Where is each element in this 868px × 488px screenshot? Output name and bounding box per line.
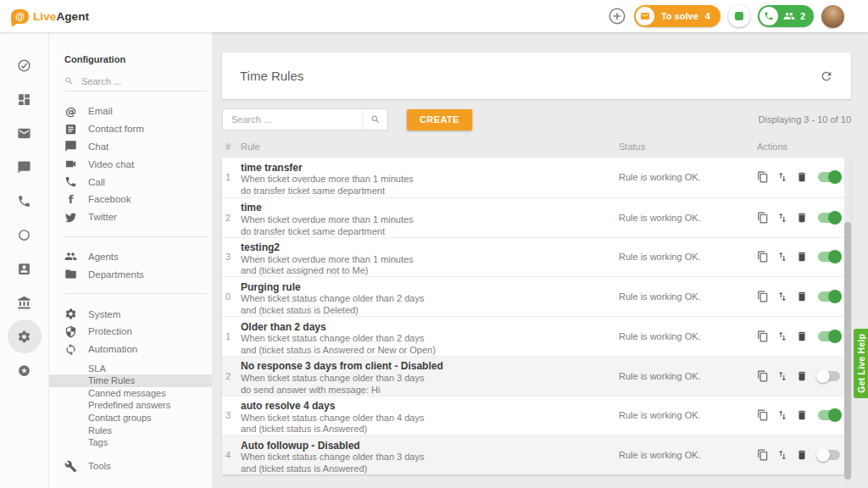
sidebar-item-facebook[interactable]: f Facebook [64, 191, 212, 208]
rule-enabled-toggle[interactable] [818, 331, 840, 341]
sidebar-subitem-canned-messages[interactable]: Canned messages [64, 387, 212, 400]
to-solve-count: 4 [705, 11, 710, 21]
table-row[interactable]: 2 time When ticket overdue more than 1 m… [222, 197, 851, 237]
rule-enabled-toggle[interactable] [818, 371, 840, 381]
rail-item-chat[interactable] [8, 150, 42, 184]
sync-icon [64, 343, 77, 356]
scrollbar-thumb[interactable] [844, 222, 851, 480]
create-button[interactable]: CREATE [407, 109, 472, 130]
calls-button[interactable]: 2 [758, 5, 814, 27]
rule-status: Rule is working OK. [619, 435, 757, 474]
sidebar-item-label: Chat [88, 141, 108, 152]
to-solve-button[interactable]: To solve 4 [634, 5, 721, 27]
sidebar-item-twitter[interactable]: Twitter [64, 208, 212, 226]
sidebar-item-video-chat[interactable]: Video chat [64, 155, 212, 173]
rail-item-phone[interactable] [8, 184, 42, 218]
delete-icon[interactable] [796, 212, 808, 224]
sidebar-subitem-contact-groups[interactable]: Contact groups [64, 412, 212, 424]
sidebar-item-label: Email [88, 106, 113, 116]
copy-icon[interactable] [757, 449, 769, 461]
copy-icon[interactable] [757, 251, 769, 263]
sidebar-item-automation[interactable]: Automation [64, 341, 212, 358]
reorder-icon[interactable] [776, 449, 788, 461]
copy-icon[interactable] [757, 291, 769, 302]
rail-item-check-circle[interactable] [8, 48, 42, 82]
sidebar-search-input[interactable] [81, 76, 192, 86]
user-avatar[interactable] [821, 5, 844, 28]
table-search-input[interactable] [223, 114, 362, 125]
rule-enabled-toggle[interactable] [818, 213, 840, 223]
reorder-icon[interactable] [776, 370, 788, 382]
rule-number: 1 [225, 158, 241, 197]
sidebar-subitem-rules[interactable]: Rules [64, 424, 212, 437]
sidebar-item-protection[interactable]: Protection [64, 323, 212, 341]
rule-enabled-toggle[interactable] [818, 172, 840, 182]
sidebar-item-system[interactable]: System [64, 305, 212, 323]
reorder-icon[interactable] [776, 171, 788, 183]
reorder-icon[interactable] [776, 291, 788, 302]
reorder-icon[interactable] [776, 330, 788, 342]
table-row[interactable]: 0 Purging rule When ticket status change… [222, 276, 851, 316]
delete-icon[interactable] [796, 291, 808, 302]
copy-icon[interactable] [757, 171, 769, 183]
main-content: Time Rules CREATE Displaying 3 - 10 of 1… [222, 32, 851, 474]
delete-icon[interactable] [796, 449, 808, 461]
table-row[interactable]: 3 auto resolve 4 days When ticket status… [222, 396, 851, 435]
sidebar-item-call[interactable]: Call [64, 173, 212, 191]
sidebar-subitem-tags[interactable]: Tags [64, 436, 212, 449]
rail-item-gear[interactable] [8, 319, 42, 353]
rail-item-circle[interactable] [8, 218, 42, 252]
delete-icon[interactable] [796, 251, 808, 263]
reorder-icon[interactable] [776, 251, 788, 263]
rule-enabled-toggle[interactable] [818, 252, 840, 262]
rail-item-dashboard[interactable] [8, 82, 42, 116]
sidebar-item-departments[interactable]: Departments [64, 265, 212, 283]
rail-item-contact-card[interactable] [8, 252, 42, 286]
check-circle-icon [17, 58, 31, 73]
refresh-icon[interactable] [820, 69, 833, 83]
sidebar-item-label: Automation [88, 344, 137, 354]
copy-icon[interactable] [757, 212, 769, 224]
copy-icon[interactable] [757, 370, 769, 382]
reorder-icon[interactable] [776, 212, 788, 224]
chat-status-button[interactable] [728, 5, 750, 27]
delete-icon[interactable] [796, 330, 808, 342]
rule-number: 3 [225, 396, 241, 435]
sidebar-item-label: Agents [88, 252, 119, 262]
rule-enabled-toggle[interactable] [818, 410, 840, 420]
sidebar-subitem-time-rules[interactable]: Time Rules [49, 374, 212, 387]
table-row[interactable]: 1 Older than 2 days When ticket status c… [222, 316, 851, 356]
rail-item-mail[interactable] [8, 116, 42, 150]
sidebar-subitem-predefined-answers[interactable]: Predefined answers [64, 399, 212, 412]
table-toolbar: CREATE Displaying 3 - 10 of 10 [222, 108, 851, 130]
sidebar-subitem-sla[interactable]: SLA [64, 363, 212, 375]
rule-action: and (ticket status is Deleted) [241, 305, 619, 316]
table-row[interactable]: 1 time transfer When ticket overdue more… [222, 158, 851, 197]
reorder-icon[interactable] [776, 409, 788, 421]
table-row[interactable]: 3 testing2 When ticket overdue more than… [222, 237, 851, 277]
add-icon[interactable] [608, 7, 626, 25]
delete-icon[interactable] [796, 409, 808, 421]
delete-icon[interactable] [796, 171, 808, 183]
sidebar-item-label: Departments [88, 269, 144, 280]
sidebar-item-chat[interactable]: Chat [64, 138, 212, 156]
rail-item-bank[interactable] [8, 286, 42, 319]
rule-number: 4 [225, 435, 241, 474]
sidebar-item-contact-form[interactable]: Contact form [64, 120, 212, 138]
sidebar-item-tools[interactable]: Tools [64, 458, 212, 475]
rule-action: do transfer ticket same department [241, 186, 619, 197]
sidebar-menu: @ Email Contact form Chat Video chat Cal… [64, 92, 212, 485]
table-row[interactable]: 2 No response 3 days from client - Disab… [222, 356, 851, 396]
search-icon[interactable] [362, 109, 387, 130]
copy-icon[interactable] [757, 330, 769, 342]
sidebar-item-agents[interactable]: Agents [64, 248, 212, 266]
table-row[interactable]: 4 Auto followup - Disabled When ticket s… [222, 435, 851, 474]
get-live-help-button[interactable]: Get Live Help [854, 329, 868, 398]
sidebar-item-email[interactable]: @ Email [64, 103, 212, 120]
rule-enabled-toggle[interactable] [818, 291, 840, 302]
rail-item-badge[interactable] [8, 353, 42, 387]
delete-icon[interactable] [796, 370, 808, 382]
copy-icon[interactable] [757, 409, 769, 421]
brand-agent: Agent [56, 10, 89, 23]
rule-enabled-toggle[interactable] [818, 450, 840, 460]
